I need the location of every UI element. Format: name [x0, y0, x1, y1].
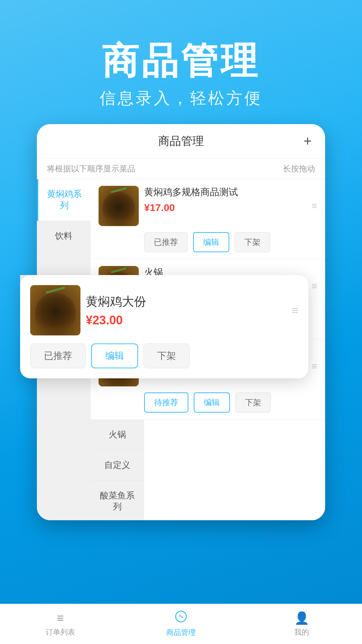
drag-icon-3: ≡: [312, 281, 317, 291]
product-info-1: 黄焖鸡多规格商品测试 ¥17.00: [144, 186, 306, 213]
drag-icon-1: ≡: [312, 201, 317, 211]
nav-item-orders[interactable]: ≡ 订单列表: [0, 604, 121, 644]
edit-button-1[interactable]: 编辑: [193, 232, 229, 252]
card-subheader: 将根据以下顺序显示菜品 长按拖动: [37, 159, 325, 179]
floating-product-actions: 已推荐 编辑 下架: [30, 343, 298, 368]
product-item-1: 黄焖鸡多规格商品测试 ¥17.00 ≡ 已推荐 编辑 下架: [90, 179, 325, 259]
sidebar-item-huoguo[interactable]: 火锅: [90, 420, 144, 450]
sidebar-lower: 火锅 自定义 酸菜鱼系列 粥类 加菜系列: [90, 420, 144, 520]
floating-product-image: [30, 285, 80, 335]
product-actions-4: 待推荐 编辑 下架: [99, 392, 317, 413]
floating-product-row: 黄焖鸡大份 ¥23.00 ≡: [30, 285, 298, 335]
card-title: 商品管理: [158, 133, 204, 149]
product-row-1: 黄焖鸡多规格商品测试 ¥17.00 ≡: [99, 186, 317, 226]
pending-button-4[interactable]: 待推荐: [144, 392, 188, 413]
subheader-drag: 长按拖动: [283, 163, 315, 174]
products-label: 商品管理: [166, 628, 196, 638]
nav-item-profile[interactable]: 👤 我的: [241, 604, 362, 644]
sidebar-item-huangmen-ji[interactable]: 黄焖鸡系列: [37, 179, 90, 221]
card-header: 商品管理 +: [37, 124, 325, 159]
floating-recommended-button[interactable]: 已推荐: [30, 343, 86, 368]
sidebar-item-zidingyi[interactable]: 自定义: [90, 450, 144, 481]
sidebar-item-suancaiyu[interactable]: 酸菜鱼系列: [90, 481, 144, 520]
hero-title: 商品管理: [0, 40, 362, 81]
hero-subtitle: 信息录入，轻松方便: [0, 88, 362, 109]
drag-icon-4: ≡: [312, 361, 317, 372]
edit-button-4[interactable]: 编辑: [194, 392, 230, 413]
product-price-1: ¥17.00: [144, 202, 306, 213]
orders-label: 订单列表: [46, 627, 75, 637]
floating-drag-icon: ≡: [292, 304, 298, 317]
hero-section: 商品管理 信息录入，轻松方便: [0, 0, 362, 129]
floating-product-card: 黄焖鸡大份 ¥23.00 ≡ 已推荐 编辑 下架: [20, 275, 308, 378]
profile-icon: 👤: [294, 611, 309, 625]
floating-remove-button[interactable]: 下架: [143, 343, 190, 368]
floating-product-info: 黄焖鸡大份 ¥23.00: [86, 293, 286, 327]
orders-icon: ≡: [57, 611, 64, 625]
bottom-navigation: ≡ 订单列表 商品管理 👤 我的: [0, 604, 362, 644]
recommended-button-1[interactable]: 已推荐: [144, 232, 188, 252]
floating-product-price: ¥23.00: [86, 313, 286, 327]
sidebar-item-yinliao[interactable]: 饮料: [37, 221, 90, 252]
product-name-1: 黄焖鸡多规格商品测试: [144, 186, 306, 199]
floating-product-name: 黄焖鸡大份: [86, 293, 286, 310]
product-actions-1: 已推荐 编辑 下架: [99, 232, 317, 252]
profile-label: 我的: [294, 627, 309, 637]
product-image-1: [99, 186, 139, 226]
nav-item-products[interactable]: 商品管理: [121, 604, 241, 644]
add-product-button[interactable]: +: [303, 133, 312, 149]
remove-button-1[interactable]: 下架: [235, 232, 270, 252]
content-lower: [144, 420, 325, 520]
lower-area: 火锅 自定义 酸菜鱼系列 粥类 加菜系列: [90, 420, 325, 520]
remove-button-4[interactable]: 下架: [235, 392, 271, 413]
products-icon: [175, 610, 187, 626]
subheader-hint: 将根据以下顺序显示菜品: [47, 163, 135, 174]
floating-edit-button[interactable]: 编辑: [91, 343, 138, 368]
